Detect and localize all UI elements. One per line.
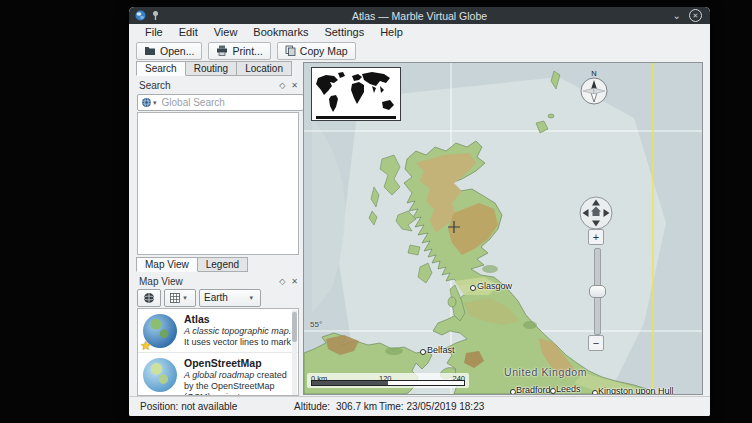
tab-location[interactable]: Location <box>237 61 292 76</box>
titlebar[interactable]: Atlas — Marble Virtual Globe ⌄ ✕ <box>129 7 710 24</box>
celestial-body-dropdown[interactable]: Earth ▾ <box>199 289 261 307</box>
home-icon <box>593 211 600 216</box>
glasgow-label: Glasgow <box>477 281 512 291</box>
favorite-star-icon[interactable]: ★ <box>140 338 152 353</box>
status-altitude-value: 306.7 km <box>336 401 377 412</box>
glasgow-marker <box>470 285 476 291</box>
overview-map-inset[interactable] <box>311 67 401 121</box>
zoom-out-button[interactable]: − <box>588 335 604 351</box>
mapview-controls: ▾ Earth ▾ <box>137 289 261 306</box>
open-button[interactable]: Open... <box>136 42 202 60</box>
leeds-label: Leeds <box>556 384 581 394</box>
menu-bookmarks[interactable]: Bookmarks <box>245 26 316 38</box>
osm-thumbnail <box>141 356 179 394</box>
marble-window: Atlas — Marble Virtual Globe ⌄ ✕ File Ed… <box>129 7 710 416</box>
statusbar: Position: not available Altitude: 306.7 … <box>129 396 710 416</box>
theme-name: OpenStreetMap <box>184 357 295 369</box>
mapview-dock-header: Map View ◇ ✕ <box>136 274 302 288</box>
window-title: Atlas — Marble Virtual Globe <box>129 10 710 22</box>
scale-bar: 0 km 120 240 <box>307 373 469 388</box>
zoom-slider-handle[interactable] <box>589 285 606 298</box>
close-button[interactable]: ✕ <box>689 9 702 22</box>
belfast-marker <box>420 349 426 355</box>
theme-list-scrollbar[interactable] <box>292 310 297 396</box>
copy-icon <box>285 45 296 56</box>
menu-edit[interactable]: Edit <box>171 26 206 38</box>
menu-file[interactable]: File <box>137 26 171 38</box>
compass-rose: N <box>576 71 612 107</box>
theme-name: Atlas <box>184 313 295 325</box>
tab-legend[interactable]: Legend <box>198 257 248 272</box>
chevron-down-icon: ▾ <box>249 294 253 302</box>
projection-grid-icon <box>170 293 180 303</box>
menu-view[interactable]: View <box>206 26 246 38</box>
projection-dropdown[interactable]: ▾ <box>164 289 196 307</box>
chevron-down-icon: ▾ <box>183 294 187 302</box>
menubar: File Edit View Bookmarks Settings Help <box>129 24 710 40</box>
search-dock-title: Search <box>139 80 171 91</box>
status-position: Position: not available <box>140 401 237 412</box>
compass-north-label: N <box>576 69 612 78</box>
bradford-label: Bradford <box>516 385 551 395</box>
celestial-globe-button[interactable] <box>137 289 161 307</box>
hull-label: Kingston upon Hull <box>598 386 674 395</box>
sidebar-tabbar: Search Routing Location <box>136 61 292 77</box>
belfast-label: Belfast <box>427 345 455 355</box>
global-search-box[interactable]: ▾ <box>137 94 304 111</box>
navigation-dpad[interactable] <box>578 195 614 231</box>
printer-icon <box>216 45 228 56</box>
folder-icon <box>144 46 156 56</box>
theme-description: A global roadmap created by the OpenStre… <box>184 370 295 396</box>
dock-close-icon[interactable]: ✕ <box>291 277 298 286</box>
tab-map-view[interactable]: Map View <box>136 257 198 272</box>
dock-close-icon[interactable]: ✕ <box>291 81 298 90</box>
search-scope-chevron-icon[interactable]: ▾ <box>153 99 157 107</box>
graticule-latitude-label: 55° <box>310 320 322 329</box>
status-time: Time: 23/05/2019 18:23 <box>379 401 484 412</box>
celestial-body-value: Earth <box>204 292 228 303</box>
globe-icon <box>143 292 155 304</box>
print-button[interactable]: Print... <box>208 42 270 60</box>
panel-tabbar: Map View Legend <box>136 257 248 273</box>
theme-item-openstreetmap[interactable]: OpenStreetMap A global roadmap created b… <box>138 353 298 396</box>
theme-item-atlas[interactable]: ★ Atlas A classic topographic map. It us… <box>138 309 298 353</box>
zoom-in-button[interactable]: + <box>588 229 604 245</box>
search-results-list[interactable] <box>137 112 299 255</box>
sidebar: Search Routing Location Search ◇ ✕ ▾ Map… <box>136 61 302 396</box>
toolbar: Open... Print... Copy Map <box>129 40 710 61</box>
tab-routing[interactable]: Routing <box>186 61 237 76</box>
dock-float-icon[interactable]: ◇ <box>279 81 285 90</box>
theme-description: A classic topographic map. It uses vecto… <box>184 326 295 348</box>
theme-list: ★ Atlas A classic topographic map. It us… <box>137 308 299 396</box>
tab-search[interactable]: Search <box>136 61 186 76</box>
mapview-dock-title: Map View <box>139 276 183 287</box>
dock-float-icon[interactable]: ◇ <box>279 277 285 286</box>
united-kingdom-label: United Kingdom <box>504 366 587 378</box>
search-input[interactable] <box>160 96 274 109</box>
minimize-button[interactable]: ⌄ <box>673 11 681 21</box>
menu-help[interactable]: Help <box>372 26 411 38</box>
menu-settings[interactable]: Settings <box>316 26 372 38</box>
search-globe-icon <box>141 97 152 108</box>
copy-map-button[interactable]: Copy Map <box>277 42 356 60</box>
map-canvas[interactable]: N + − 0 km 120 240 55° <box>303 62 703 395</box>
status-altitude-label: Altitude: <box>294 401 330 412</box>
world-silhouette <box>312 68 400 120</box>
search-dock-header: Search ◇ ✕ <box>136 78 302 92</box>
atlas-thumbnail: ★ <box>141 312 179 350</box>
